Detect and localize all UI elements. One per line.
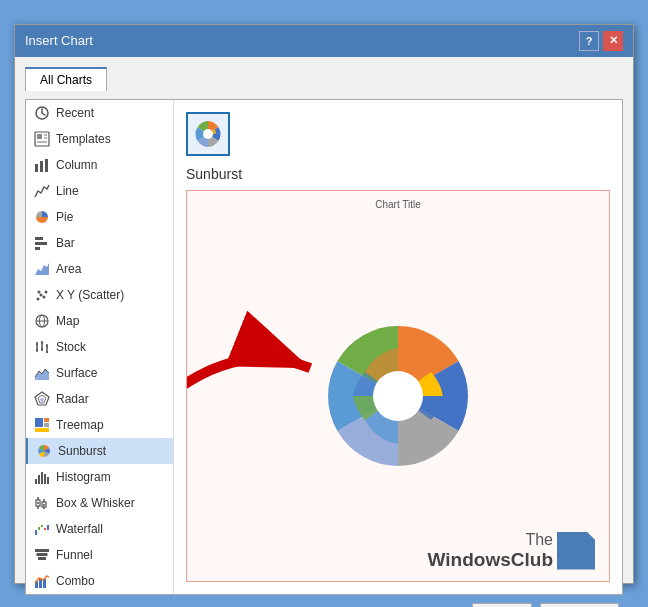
sidebar-item-pie[interactable]: Pie — [26, 204, 173, 230]
tab-row: All Charts — [25, 67, 623, 91]
templates-label: Templates — [56, 132, 111, 146]
sidebar-item-templates[interactable]: Templates — [26, 126, 173, 152]
content-panel: Sunburst Chart Title — [174, 100, 622, 594]
dialog-content: All Charts Recent Templates — [15, 57, 633, 608]
pie-icon — [34, 209, 50, 225]
svg-rect-57 — [38, 557, 46, 560]
svg-rect-11 — [35, 247, 40, 250]
area-label: Area — [56, 262, 81, 276]
sidebar-item-treemap[interactable]: Treemap — [26, 412, 173, 438]
svg-point-12 — [37, 297, 40, 300]
title-bar: Insert Chart ? ✕ — [15, 25, 633, 57]
bar-icon — [34, 235, 50, 251]
tab-all-charts[interactable]: All Charts — [25, 67, 107, 91]
svg-rect-40 — [44, 474, 46, 484]
svg-point-16 — [38, 290, 41, 293]
scatter-label: X Y (Scatter) — [56, 288, 124, 302]
waterfall-label: Waterfall — [56, 522, 103, 536]
sidebar-item-histogram[interactable]: Histogram — [26, 464, 173, 490]
close-button[interactable]: ✕ — [603, 31, 623, 51]
sidebar-item-area[interactable]: Area — [26, 256, 173, 282]
stock-icon — [34, 339, 50, 355]
watermark-line1: The — [428, 531, 553, 549]
svg-rect-33 — [44, 418, 49, 422]
combo-icon — [34, 573, 50, 589]
sidebar-item-recent[interactable]: Recent — [26, 100, 173, 126]
sidebar-item-surface[interactable]: Surface — [26, 360, 173, 386]
sidebar-item-map[interactable]: Map — [26, 308, 173, 334]
line-chart-icon — [34, 183, 50, 199]
treemap-icon — [34, 417, 50, 433]
help-button[interactable]: ? — [579, 31, 599, 51]
sidebar-item-stock[interactable]: Stock — [26, 334, 173, 360]
svg-point-62 — [203, 129, 213, 139]
sidebar-item-sunburst[interactable]: Sunburst — [26, 438, 173, 464]
title-bar-buttons: ? ✕ — [579, 31, 623, 51]
svg-rect-34 — [44, 423, 49, 427]
scatter-icon — [34, 287, 50, 303]
sunburst-chart-svg — [298, 306, 498, 466]
svg-point-15 — [45, 290, 48, 293]
svg-rect-41 — [47, 477, 49, 484]
funnel-icon — [34, 547, 50, 563]
svg-rect-51 — [38, 527, 40, 530]
svg-rect-10 — [35, 242, 47, 245]
svg-point-63 — [373, 371, 423, 421]
sidebar-item-box-whisker[interactable]: Box & Whisker — [26, 490, 173, 516]
histogram-label: Histogram — [56, 470, 111, 484]
svg-point-13 — [40, 293, 43, 296]
pie-label: Pie — [56, 210, 73, 224]
chart-preview: Chart Title — [186, 190, 610, 582]
sunburst-label: Sunburst — [58, 444, 106, 458]
svg-rect-9 — [35, 237, 43, 240]
map-label: Map — [56, 314, 79, 328]
svg-rect-8 — [45, 159, 48, 172]
watermark-logo — [557, 532, 595, 570]
stock-label: Stock — [56, 340, 86, 354]
surface-icon — [34, 365, 50, 381]
box-whisker-label: Box & Whisker — [56, 496, 135, 510]
svg-rect-54 — [47, 525, 49, 530]
column-icon — [34, 157, 50, 173]
svg-rect-38 — [38, 475, 40, 484]
sidebar-item-column[interactable]: Column — [26, 152, 173, 178]
red-arrow — [186, 288, 327, 451]
svg-rect-53 — [44, 528, 46, 530]
sidebar-item-bar[interactable]: Bar — [26, 230, 173, 256]
svg-rect-56 — [37, 553, 48, 556]
sidebar: Recent Templates Column — [26, 100, 174, 594]
sidebar-item-waterfall[interactable]: Waterfall — [26, 516, 173, 542]
sunburst-type-btn[interactable] — [186, 112, 230, 156]
svg-rect-37 — [35, 479, 37, 484]
svg-rect-52 — [41, 525, 43, 527]
map-icon — [34, 313, 50, 329]
svg-rect-32 — [35, 418, 43, 427]
cancel-button[interactable]: Cancel — [540, 603, 619, 608]
sidebar-item-combo[interactable]: Combo — [26, 568, 173, 594]
sidebar-item-radar[interactable]: Radar — [26, 386, 173, 412]
box-whisker-icon — [34, 495, 50, 511]
recent-icon — [34, 105, 50, 121]
watermark: The WindowsClub — [428, 531, 595, 571]
svg-marker-31 — [40, 398, 44, 402]
watermark-line2: WindowsClub — [428, 549, 553, 571]
insert-chart-dialog: Insert Chart ? ✕ All Charts Recent — [14, 24, 634, 584]
svg-rect-55 — [35, 549, 49, 552]
sidebar-item-line[interactable]: Line — [26, 178, 173, 204]
line-label: Line — [56, 184, 79, 198]
area-icon — [34, 261, 50, 277]
sidebar-item-scatter[interactable]: X Y (Scatter) — [26, 282, 173, 308]
watermark-text: The WindowsClub — [428, 531, 553, 571]
radar-icon — [34, 391, 50, 407]
bar-label: Bar — [56, 236, 75, 250]
dialog-title: Insert Chart — [25, 33, 93, 48]
ok-button[interactable]: OK — [472, 603, 532, 608]
sidebar-item-funnel[interactable]: Funnel — [26, 542, 173, 568]
chart-type-icons — [186, 112, 610, 156]
combo-label: Combo — [56, 574, 95, 588]
waterfall-icon — [34, 521, 50, 537]
main-area: Recent Templates Column — [25, 99, 623, 595]
svg-rect-50 — [35, 530, 37, 535]
svg-rect-2 — [37, 134, 42, 139]
sunburst-icon — [36, 443, 52, 459]
